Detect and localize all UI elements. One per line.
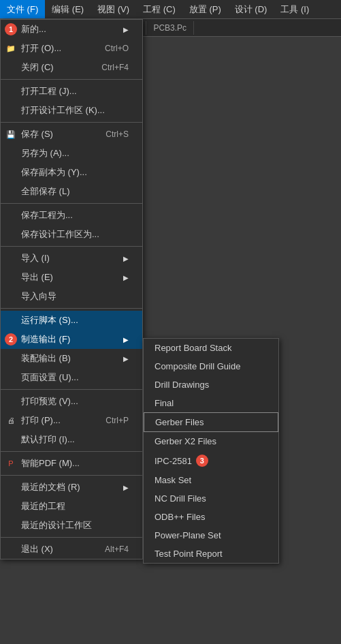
tab-pcb3[interactable]: PCB3.Pc	[146, 21, 194, 35]
separator-3	[1, 203, 142, 204]
separator-1	[1, 79, 142, 80]
arrow-icon-assembly: ▶	[110, 355, 129, 363]
submenu-item-report-board-stack[interactable]: Report Board Stack	[144, 339, 278, 357]
menu-item-default-print[interactable]: 默认打印 (I)...	[1, 430, 142, 449]
menu-item-import-wizard[interactable]: 导入向导	[1, 287, 142, 306]
menu-tools[interactable]: 工具 (I)	[274, 0, 316, 18]
menu-item-print[interactable]: 🖨 打印 (P)... Ctrl+P	[1, 411, 142, 430]
menu-project[interactable]: 工程 (C)	[136, 0, 182, 18]
fabrication-submenu: Report Board Stack Composite Drill Guide…	[143, 338, 279, 564]
submenu-item-drill-drawings[interactable]: Drill Drawings	[144, 375, 278, 394]
menu-item-smart-pdf[interactable]: P 智能PDF (M)...	[1, 454, 142, 473]
menu-item-assembly[interactable]: 装配输出 (B) ▶	[1, 349, 142, 368]
arrow-icon-recent-docs: ▶	[110, 484, 129, 491]
menu-item-save-as[interactable]: 另存为 (A)...	[1, 144, 142, 163]
menu-item-close[interactable]: 关闭 (C) Ctrl+F4	[1, 58, 142, 77]
menu-file[interactable]: 文件 (F)	[0, 0, 45, 18]
badge-3: 3	[196, 455, 208, 467]
folder-icon: 📁	[5, 42, 17, 55]
menu-item-save-all[interactable]: 全部保存 (L)	[1, 182, 142, 201]
badge-1: 1	[5, 23, 17, 35]
separator-8	[1, 475, 142, 476]
menu-bar: 文件 (F) 编辑 (E) 视图 (V) 工程 (C) 放置 (P) 设计 (D…	[0, 0, 341, 19]
submenu-item-final[interactable]: Final	[144, 394, 278, 412]
separator-5	[1, 308, 142, 309]
menu-item-save-workspace[interactable]: 保存设计工作区为...	[1, 225, 142, 244]
menu-item-open-workspace[interactable]: 打开设计工作区 (K)...	[1, 101, 142, 120]
submenu-item-power-plane-set[interactable]: Power-Plane Set	[144, 526, 278, 545]
menu-item-export[interactable]: 导出 (E) ▶	[1, 268, 142, 287]
menu-item-open[interactable]: 📁 打开 (O)... Ctrl+O	[1, 39, 142, 58]
menu-item-recent-docs[interactable]: 最近的文档 (R) ▶	[1, 478, 142, 497]
arrow-icon-fabrication: ▶	[110, 336, 129, 343]
menu-design[interactable]: 设计 (D)	[228, 0, 274, 18]
menu-item-recent-projects[interactable]: 最近的工程	[1, 497, 142, 516]
submenu-item-odb-files[interactable]: ODB++ Files	[144, 508, 278, 526]
submenu-item-nc-drill-files[interactable]: NC Drill Files	[144, 489, 278, 508]
print-icon: 🖨	[5, 414, 17, 427]
menu-item-save-project[interactable]: 保存工程为...	[1, 206, 142, 225]
arrow-icon-import: ▶	[110, 255, 129, 262]
save-icon: 💾	[5, 128, 17, 140]
submenu-item-ipc-2581[interactable]: IPC-2581 3	[144, 450, 278, 471]
menu-item-new[interactable]: 1 新的... ▶	[1, 20, 142, 39]
separator-6	[1, 389, 142, 390]
menu-item-print-preview[interactable]: 打印预览 (V)...	[1, 392, 142, 411]
menu-item-open-project[interactable]: 打开工程 (J)...	[1, 82, 142, 101]
separator-2	[1, 122, 142, 123]
arrow-icon: ▶	[110, 26, 129, 33]
separator-7	[1, 451, 142, 452]
menu-item-import[interactable]: 导入 (I) ▶	[1, 249, 142, 268]
menu-edit[interactable]: 编辑 (E)	[45, 0, 91, 18]
arrow-icon-export: ▶	[110, 274, 129, 281]
menu-item-save-copy[interactable]: 保存副本为 (Y)...	[1, 163, 142, 182]
pdf-icon: P	[5, 457, 17, 470]
menu-place[interactable]: 放置 (P)	[182, 0, 228, 18]
submenu-item-composite-drill-guide[interactable]: Composite Drill Guide	[144, 357, 278, 375]
file-dropdown-menu: 1 新的... ▶ 📁 打开 (O)... Ctrl+O 关闭 (C) Ctrl…	[0, 19, 143, 559]
menu-item-run-script[interactable]: 运行脚本 (S)...	[1, 311, 142, 330]
separator-4	[1, 246, 142, 247]
badge-2: 2	[5, 333, 17, 346]
menu-view[interactable]: 视图 (V)	[91, 0, 136, 18]
menu-item-save[interactable]: 💾 保存 (S) Ctrl+S	[1, 125, 142, 144]
menu-item-fabrication[interactable]: 2 制造输出 (F) ▶	[1, 330, 142, 349]
separator-9	[1, 537, 142, 538]
submenu-item-gerber-files[interactable]: Gerber Files	[144, 412, 278, 432]
submenu-item-test-point-report[interactable]: Test Point Report	[144, 545, 278, 563]
submenu-item-mask-set[interactable]: Mask Set	[144, 471, 278, 489]
menu-item-recent-workspace[interactable]: 最近的设计工作区	[1, 516, 142, 535]
menu-item-exit[interactable]: 退出 (X) Alt+F4	[1, 540, 142, 559]
submenu-item-gerber-x2[interactable]: Gerber X2 Files	[144, 432, 278, 450]
menu-item-page-setup[interactable]: 页面设置 (U)...	[1, 368, 142, 387]
